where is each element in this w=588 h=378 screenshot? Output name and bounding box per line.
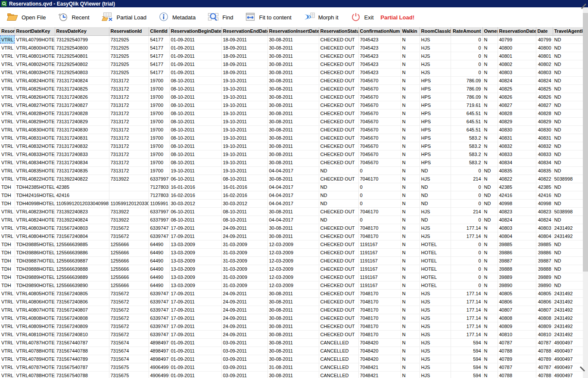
cell[interactable]: 31-03-2009	[221, 240, 268, 248]
cell[interactable]: 30-08-2011	[268, 330, 319, 338]
cell[interactable]: 39885	[498, 240, 536, 248]
cell[interactable]: 01-09-2011	[169, 35, 221, 44]
cell[interactable]: VTRL	[0, 60, 15, 68]
cell[interactable]: 7048170	[358, 322, 401, 330]
cell[interactable]: 731567240806	[55, 297, 109, 306]
cell[interactable]: VTRL	[0, 338, 15, 347]
cell[interactable]: 6339747	[149, 314, 169, 322]
cell[interactable]: ND	[553, 216, 583, 224]
cell[interactable]: VTRL40809HOTEL	[15, 322, 55, 330]
cell[interactable]: 177.14	[451, 330, 482, 338]
cell[interactable]: 6339747	[149, 330, 169, 338]
cell[interactable]: 40825	[498, 84, 536, 93]
cell[interactable]: N	[401, 150, 420, 158]
cell[interactable]: 19700	[149, 150, 169, 158]
cell[interactable]: CHECKED OUT	[319, 248, 358, 256]
cell[interactable]: N	[401, 322, 420, 330]
cell[interactable]: 31-03-2009	[221, 248, 268, 256]
cell[interactable]: 40809	[498, 322, 536, 330]
title-bar[interactable]: Reservations.qvd - EasyQlik QViewer (tri…	[0, 0, 588, 7]
cell[interactable]: 7048170	[358, 224, 401, 232]
cell[interactable]: N	[482, 224, 498, 232]
cell[interactable]: 39890	[536, 281, 553, 289]
cell[interactable]: ND	[553, 183, 583, 191]
cell[interactable]: N	[401, 240, 420, 248]
cell[interactable]: N	[482, 232, 498, 240]
cell[interactable]: 42416	[498, 191, 536, 199]
cell[interactable]: 2431492	[553, 297, 583, 306]
cell[interactable]: VTRL40835HOTEL	[15, 166, 55, 175]
cell[interactable]: 0	[358, 183, 401, 191]
cell[interactable]: ND	[420, 183, 451, 191]
cell[interactable]: 731567440788	[55, 347, 109, 355]
cell[interactable]: CHECKED OUT	[319, 224, 358, 232]
cell[interactable]: 7048421	[358, 363, 401, 371]
cell[interactable]: 04-04-2017	[268, 191, 319, 199]
cell[interactable]: 24-09-2011	[221, 289, 268, 297]
cell[interactable]: 0	[451, 44, 482, 52]
cell[interactable]: 583.2	[451, 158, 482, 166]
cell[interactable]: 19-10-2011	[221, 134, 268, 142]
cell[interactable]: 40803	[536, 68, 553, 76]
cell[interactable]: CHECKED OUT	[319, 289, 358, 297]
cell[interactable]: VTRL	[0, 347, 15, 355]
cell[interactable]: 24-09-2011	[221, 322, 268, 330]
cell[interactable]: CHECKED OUT	[319, 256, 358, 265]
cell[interactable]: 54177	[149, 60, 169, 68]
cell[interactable]: 2431492	[553, 306, 583, 314]
cell[interactable]: N	[482, 150, 498, 158]
cell[interactable]: 42416	[55, 191, 109, 199]
cell[interactable]: VTRL	[0, 355, 15, 363]
cell[interactable]: 08-10-2011	[169, 76, 221, 84]
cell[interactable]: 17-09-2011	[169, 330, 221, 338]
cell[interactable]: 7313172	[109, 134, 149, 142]
cell[interactable]: 0	[451, 281, 482, 289]
cell[interactable]: 7045423	[358, 60, 401, 68]
cell[interactable]: HPS	[420, 76, 451, 84]
cell[interactable]: CHECKED OUT	[319, 125, 358, 134]
cell[interactable]: 19700	[149, 93, 169, 101]
cell[interactable]: HPS	[420, 142, 451, 150]
cell[interactable]: CANCELLED	[319, 363, 358, 371]
cell[interactable]: 40800	[498, 44, 536, 52]
column-header-resort[interactable]: Resort	[0, 27, 15, 35]
cell[interactable]: 7048170	[358, 232, 401, 240]
cell[interactable]: HJS	[420, 371, 451, 378]
cell[interactable]: 594	[451, 338, 482, 347]
column-header-reservationinsertdate[interactable]: ReservationInsertDate	[268, 27, 319, 35]
cell[interactable]: 40826	[536, 93, 553, 101]
cell[interactable]: CHECKED OUT	[319, 297, 358, 306]
cell[interactable]: 40998	[498, 199, 536, 207]
cell[interactable]: N	[482, 347, 498, 355]
cell[interactable]: ND	[319, 216, 358, 224]
cell[interactable]: 40799	[498, 35, 536, 44]
cell[interactable]: 4900497	[553, 371, 583, 378]
cell[interactable]: 594	[451, 355, 482, 363]
cell[interactable]: 40808	[498, 314, 536, 322]
cell[interactable]: VTRL40810HOTEL	[15, 330, 55, 338]
cell[interactable]: N	[401, 109, 420, 117]
cell[interactable]: 08-10-2011	[221, 175, 268, 183]
cell[interactable]: 40803	[498, 224, 536, 232]
cell[interactable]: ND	[553, 84, 583, 93]
cell[interactable]: 5038998	[553, 207, 583, 216]
cell[interactable]: 7312925	[109, 35, 149, 44]
cell[interactable]: 30-08-2011	[268, 142, 319, 150]
cell[interactable]: 08-10-2011	[169, 117, 221, 125]
cell[interactable]: VTRL	[0, 306, 15, 314]
column-header-resvdatekey[interactable]: ResvDateKey	[55, 27, 109, 35]
cell[interactable]: 19700	[149, 142, 169, 150]
cell[interactable]: 0	[451, 68, 482, 76]
cell[interactable]: 08-10-2011	[169, 216, 221, 224]
cell[interactable]: 19-10-2011	[221, 84, 268, 93]
cell[interactable]: 177.14	[451, 322, 482, 330]
cell[interactable]: 01-09-2011	[169, 60, 221, 68]
cell[interactable]: 7313172	[109, 125, 149, 134]
cell[interactable]: HPS	[420, 125, 451, 134]
cell[interactable]: ND	[420, 166, 451, 175]
cell[interactable]: ND	[482, 183, 498, 191]
cell[interactable]: 583.2	[451, 150, 482, 158]
cell[interactable]: 08-10-2011	[169, 150, 221, 158]
cell[interactable]: VTRL40805HOTEL	[15, 289, 55, 297]
cell[interactable]: N	[401, 207, 420, 216]
